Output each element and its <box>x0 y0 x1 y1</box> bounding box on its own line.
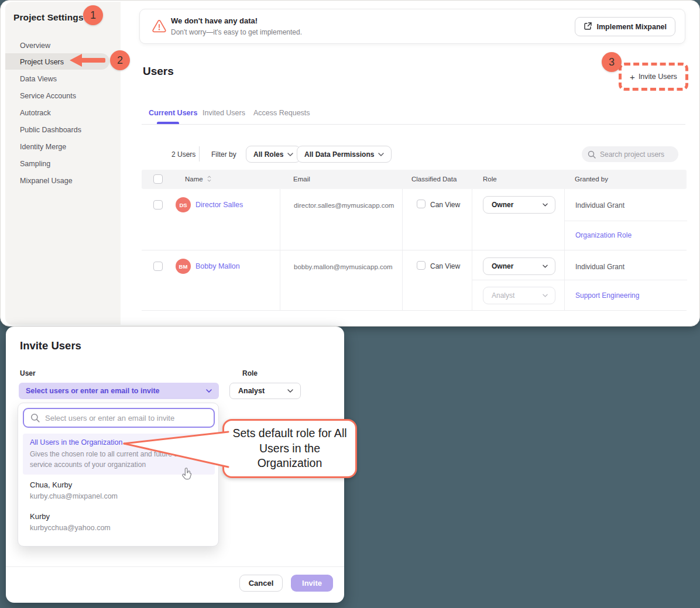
annotation-step-2: 2 <box>110 50 130 70</box>
role-value: Owner <box>492 262 513 270</box>
search-icon <box>588 150 596 159</box>
sidebar-item-autotrack[interactable]: Autotrack <box>20 109 51 117</box>
no-data-banner: We don't have any data! Don't worry—it's… <box>139 9 685 44</box>
all-roles-label: All Roles <box>253 150 283 159</box>
sidebar-item-service-accounts[interactable]: Service Accounts <box>20 92 76 100</box>
role-value: Owner <box>492 201 513 209</box>
role-select-value: Analyst <box>238 387 265 395</box>
invite-users-button[interactable]: + Invite Users <box>619 63 688 91</box>
column-header-granted: Granted by <box>575 176 608 183</box>
role-field-label: Role <box>242 369 258 377</box>
implement-button-label: Implement Mixpanel <box>597 23 667 31</box>
table-row: BM Bobby Mallon bobby.mallon@mymusicapp.… <box>142 250 687 311</box>
chevron-down-icon <box>287 389 293 393</box>
tab-invited-users[interactable]: Invited Users <box>203 109 245 117</box>
all-data-permissions-dropdown[interactable]: All Data Permissions <box>297 146 392 163</box>
cell-divider <box>472 280 565 280</box>
sidebar-item-public-dashboards[interactable]: Public Dashboards <box>20 126 81 134</box>
column-header-email: Email <box>293 176 310 183</box>
column-header-role: Role <box>483 176 497 183</box>
sidebar-item-identity-merge[interactable]: Identity Merge <box>20 143 66 151</box>
callout-tail <box>123 431 229 472</box>
option-kurby[interactable]: Kurby kurbycchua@yahoo.com <box>30 512 111 532</box>
users-count: 2 Users <box>171 150 195 159</box>
cell-divider <box>565 280 687 280</box>
sort-icon <box>207 176 211 182</box>
all-roles-dropdown[interactable]: All Roles <box>246 146 301 163</box>
warning-icon <box>152 19 167 36</box>
chevron-down-icon <box>543 203 548 207</box>
can-view-label: Can View <box>430 201 460 209</box>
chevron-down-icon <box>287 153 293 156</box>
granted-by-text: Individual Grant <box>575 263 624 271</box>
search-input[interactable] <box>600 150 670 159</box>
row-checkbox[interactable] <box>153 200 163 209</box>
row-checkbox[interactable] <box>153 262 163 271</box>
dialog-title: Invite Users <box>20 339 81 352</box>
annotation-step-1: 1 <box>83 5 103 25</box>
project-settings-window: Project Settings Overview Project Users … <box>0 0 700 327</box>
user-email: director.salles@mymusicapp.com <box>294 202 394 209</box>
select-all-checkbox[interactable] <box>153 174 163 184</box>
tab-access-requests[interactable]: Access Requests <box>253 109 310 117</box>
user-name-link[interactable]: Bobby Mallon <box>195 262 240 270</box>
sidebar-item-sampling[interactable]: Sampling <box>20 160 50 168</box>
search-project-users[interactable] <box>582 146 678 162</box>
organization-role-link[interactable]: Organization Role <box>575 231 632 239</box>
settings-sidebar: Project Settings Overview Project Users … <box>5 2 121 325</box>
invite-button[interactable]: Invite <box>291 575 333 592</box>
option-email: kurby.chua@mixpanel.com <box>30 492 118 500</box>
sidebar-item-overview[interactable]: Overview <box>20 42 50 50</box>
filter-by-label: Filter by <box>211 150 236 159</box>
role-value: Analyst <box>492 291 514 300</box>
chevron-down-icon <box>206 389 212 393</box>
role-select[interactable]: Owner <box>483 196 555 214</box>
search-icon <box>30 413 40 422</box>
dropdown-search-input[interactable] <box>45 414 203 422</box>
plus-icon: + <box>630 72 635 82</box>
option-title: Kurby <box>30 512 111 521</box>
invite-users-label: Invite Users <box>639 73 677 81</box>
banner-title: We don't have any data! <box>171 16 258 25</box>
all-data-permissions-label: All Data Permissions <box>304 150 374 159</box>
user-email: bobby.mallon@mymusicapp.com <box>294 263 393 270</box>
user-field-label: User <box>20 369 36 377</box>
role-select[interactable]: Analyst <box>229 383 301 399</box>
sidebar-item-mixpanel-usage[interactable]: Mixpanel Usage <box>20 177 73 185</box>
option-chua-kurby[interactable]: Chua, Kurby kurby.chua@mixpanel.com <box>30 480 118 500</box>
annotation-arrow-tail <box>81 58 105 63</box>
support-engineering-link[interactable]: Support Engineering <box>575 291 639 300</box>
sidebar-item-project-users[interactable]: Project Users <box>20 58 64 66</box>
sidebar-title: Project Settings <box>13 12 84 23</box>
annotation-arrow <box>70 54 82 67</box>
cell-divider <box>565 221 687 221</box>
banner-subtitle: Don't worry—it's easy to get implemented… <box>171 28 302 36</box>
sidebar-item-data-views[interactable]: Data Views <box>20 75 57 83</box>
annotation-step-3: 3 <box>602 52 622 72</box>
chevron-down-icon <box>543 265 548 268</box>
cancel-button[interactable]: Cancel <box>239 575 283 592</box>
user-select[interactable]: Select users or enter an email to invite <box>19 383 219 399</box>
can-view-label: Can View <box>430 262 460 270</box>
option-title: All Users in the Organization <box>30 438 122 446</box>
chevron-down-icon <box>378 153 384 156</box>
table-row: DS Director Salles director.salles@mymus… <box>142 189 687 250</box>
avatar: DS <box>176 197 191 212</box>
dialog-footer-divider <box>6 566 344 567</box>
tab-current-users[interactable]: Current Users <box>149 109 197 117</box>
can-view-checkbox[interactable] <box>417 200 426 208</box>
users-table: Name Email Classified Data Role Granted … <box>142 170 687 311</box>
external-link-icon <box>584 22 592 32</box>
dropdown-search[interactable] <box>23 408 215 428</box>
role-select[interactable]: Owner <box>483 257 555 275</box>
user-select-dropdown: All Users in the Organization Gives the … <box>18 403 219 547</box>
implement-mixpanel-button[interactable]: Implement Mixpanel <box>575 17 675 36</box>
chevron-down-icon <box>543 294 548 297</box>
page-title: Users <box>143 65 174 78</box>
callout-annotation: Sets default role for All Users in the O… <box>222 419 357 478</box>
granted-by-text: Individual Grant <box>575 201 624 209</box>
avatar: BM <box>176 259 191 274</box>
can-view-checkbox[interactable] <box>417 261 426 270</box>
user-name-link[interactable]: Director Salles <box>195 201 243 209</box>
user-select-value: Select users or enter an email to invite <box>26 387 160 395</box>
